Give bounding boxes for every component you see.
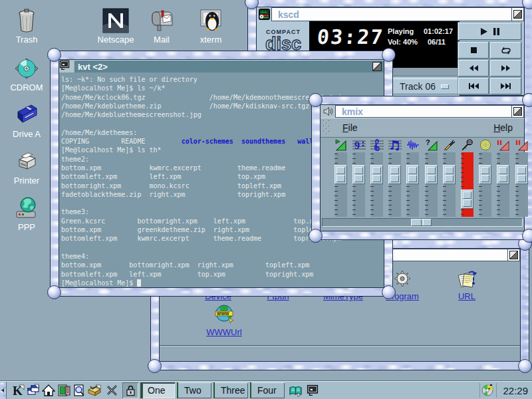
taskbar-toolbox-button[interactable] [87, 383, 102, 398]
kmix-window-icon[interactable] [321, 105, 335, 118]
kscd-stop-button[interactable] [458, 42, 489, 59]
volume-channel-icon[interactable] [334, 139, 348, 151]
microphone-channel-icon[interactable] [461, 139, 474, 151]
kfm-icon-url[interactable]: URL [437, 269, 497, 301]
cd-slider[interactable] [479, 152, 491, 217]
kscd-forward-button[interactable] [490, 60, 521, 76]
bass-channel-icon-part-part [362, 142, 364, 144]
volume-slider-handle[interactable] [334, 165, 347, 184]
synth-slider-handle[interactable] [388, 165, 401, 184]
igain-slider-handle[interactable] [497, 165, 509, 184]
taskbar-kscd-dock[interactable] [481, 382, 495, 397]
kmix-horizontal-scrollbar[interactable] [322, 218, 523, 227]
kscd-rewind-button[interactable] [458, 60, 489, 76]
kmix-menu-file[interactable]: File [342, 122, 358, 133]
speaker-channel-icon[interactable]: ? [425, 139, 438, 151]
desktop-icon-netscape[interactable]: Netscape [94, 8, 137, 44]
terminal-icon [307, 384, 319, 396]
taskbar-kmenu-button[interactable]: K [11, 383, 25, 398]
taskbar-home-button[interactable] [41, 383, 56, 398]
kscd-titlebar[interactable]: kscd [257, 7, 524, 21]
taskbar-organizer-button[interactable] [57, 383, 71, 398]
taskbar-desktop-two[interactable]: Two [177, 382, 211, 398]
desktop-button-label: Four [257, 385, 277, 396]
pcm-channel-icon[interactable] [406, 139, 420, 151]
desktop-icon-cdrom[interactable]: CDROM [5, 56, 48, 92]
kvt-maximize-button[interactable] [370, 60, 384, 72]
ogain-slider[interactable] [516, 152, 528, 217]
rewind-icon [469, 65, 479, 72]
desktop-icon-printer[interactable]: Printer [5, 149, 48, 185]
taskbar-hide-handle[interactable] [0, 382, 7, 399]
speaker-slider-handle[interactable] [425, 165, 438, 184]
taskbar-task-kdehelp[interactable] [288, 383, 303, 398]
terminal-icon-part [311, 389, 313, 390]
treble-slider[interactable] [371, 152, 383, 217]
treble-slider-handle[interactable] [370, 165, 383, 184]
bass-slider[interactable] [353, 152, 365, 217]
kfm-icon-label[interactable]: WWWUrl [194, 327, 254, 337]
synth-slider[interactable] [389, 152, 401, 217]
kscd-play-pause-button[interactable] [458, 23, 521, 40]
ogain-slider-handle[interactable] [515, 165, 528, 184]
treble-channel-icon[interactable] [370, 139, 384, 151]
kmix-titlebar[interactable]: kmix [321, 105, 524, 118]
desktop-icon-label: PPP [5, 223, 48, 231]
desktop-button-label: Three [221, 385, 245, 396]
menu-accelerator: F [342, 122, 348, 133]
desktop-icon-xterm[interactable]: xterm [190, 8, 232, 44]
kscd-window-icon[interactable] [257, 7, 271, 21]
kscd-next-track-button[interactable] [490, 78, 521, 94]
kvt-titlebar[interactable]: kvt <2> [59, 60, 384, 72]
microphone-slider-handle[interactable] [461, 190, 473, 209]
kfm-maximize-button[interactable] [508, 249, 520, 261]
kscd-track-selector[interactable]: Track 06 [390, 78, 458, 94]
pcm-slider-handle[interactable] [406, 165, 419, 184]
kvt-window-icon[interactable] [59, 60, 74, 72]
desktop-icon-drive-a[interactable]: Drive A [5, 102, 48, 138]
kmix-maximize-button[interactable] [512, 105, 524, 118]
kfm-icon-label[interactable]: URL [437, 291, 497, 301]
speaker-icon [323, 106, 334, 117]
taskbar-desktop-four[interactable]: Four [250, 382, 285, 398]
ogain-channel-icon[interactable] [515, 139, 529, 151]
bass-channel-icon-part-part [362, 145, 364, 147]
kmix-menu-help[interactable]: Help [493, 122, 513, 133]
lock-icon-part [130, 391, 131, 393]
kmix-scrollbar-handle[interactable] [411, 219, 432, 226]
taskbar-task-kvt[interactable] [305, 383, 320, 398]
cd-channel-icon[interactable] [479, 139, 492, 151]
kmix-menubar-drag-handle[interactable] [322, 119, 329, 136]
taskbar-lock-button[interactable] [122, 382, 138, 398]
desktop-icon-ppp[interactable]: PPP [5, 196, 48, 231]
kfm-icon-wwwurl[interactable]: WWWWWWUrl [194, 303, 254, 337]
desktop-icon-trash[interactable]: Trash [5, 8, 48, 44]
line-slider-handle[interactable] [443, 165, 456, 184]
speaker-slider[interactable] [426, 152, 438, 217]
pcm-slider[interactable] [407, 152, 419, 217]
igain-channel-icon[interactable] [497, 139, 510, 151]
bass-channel-icon[interactable]: 9 [352, 139, 366, 151]
microphone-slider[interactable] [462, 152, 473, 217]
kscd-prev-track-button[interactable] [458, 78, 489, 94]
collapse-arrow-icon [1, 388, 4, 392]
slider-ticks [370, 154, 374, 215]
synth-channel-icon[interactable] [388, 139, 402, 151]
desktop-icon-mail[interactable]: Mail [140, 8, 183, 44]
bass-slider-handle[interactable] [352, 165, 365, 184]
igain-slider[interactable] [497, 152, 509, 217]
kscd-maximize-button[interactable] [512, 7, 524, 21]
taskbar-find-button[interactable] [72, 383, 86, 398]
line-channel-icon[interactable] [443, 139, 456, 151]
taskbar-window-list-button[interactable] [26, 383, 41, 398]
kscd-track-selector-label: Track 06 [400, 81, 436, 92]
line-slider[interactable] [444, 152, 456, 217]
cd-slider-handle[interactable] [479, 165, 491, 184]
taskbar-desktop-one[interactable]: One [140, 382, 175, 398]
volume-slider[interactable] [335, 152, 347, 217]
taskbar-xkill-button[interactable] [105, 383, 120, 398]
url-icon-part-part [472, 282, 475, 285]
terminal-text: bottomleft.xpm left.xpm top.xpm topright… [61, 271, 313, 278]
taskbar-desktop-three[interactable]: Three [213, 382, 248, 398]
kscd-loop-button[interactable] [490, 42, 521, 59]
